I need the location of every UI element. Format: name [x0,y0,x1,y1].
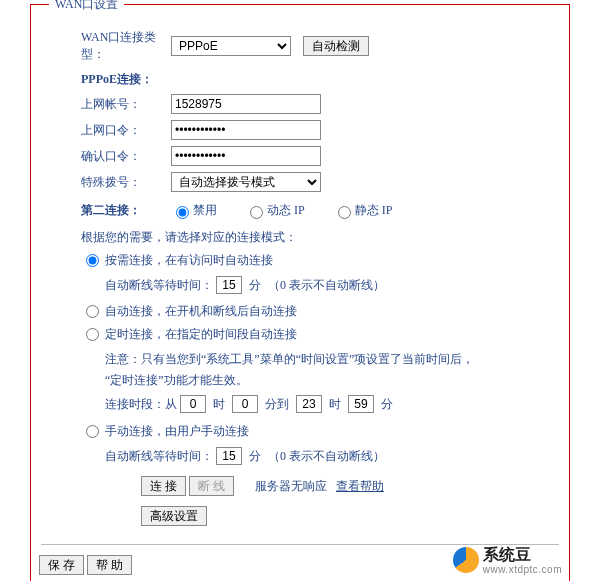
connect-row: 连 接 断 线 服务器无响应 查看帮助 [41,476,569,496]
wan-settings-panel: WAN口设置 WAN口连接类型： PPPoE 自动检测 PPPoE连接： 上网帐… [30,4,570,581]
panel-content: WAN口连接类型： PPPoE 自动检测 PPPoE连接： 上网帐号： 上网口令… [31,21,569,536]
panel-title: WAN口设置 [49,0,124,13]
mode-auto-label: 自动连接，在开机和断线后自动连接 [105,303,297,320]
label-account: 上网帐号： [41,96,171,113]
sched-from-hour[interactable] [180,395,206,413]
password-input[interactable] [171,120,321,140]
second-conn-dynamic-radio[interactable] [250,206,263,219]
label-second-conn: 第二连接： [41,202,171,219]
label-special-dial: 特殊拨号： [41,174,171,191]
mode-manual-label: 手动连接，由用户手动连接 [105,423,249,440]
label-confirm: 确认口令： [41,148,171,165]
mode-manual-radio[interactable] [86,425,99,438]
idle-timeout-row-2: 自动断线等待时间： 分 （0 表示不自动断线） [41,446,569,466]
second-conn-static[interactable]: 静态 IP [333,202,393,219]
confirm-input[interactable] [171,146,321,166]
idle-timeout-input-1[interactable] [216,276,242,294]
mode-scheduled-radio[interactable] [86,328,99,341]
label-wan-type: WAN口连接类型： [41,29,171,63]
connect-button[interactable]: 连 接 [141,476,186,496]
mode-auto-radio[interactable] [86,305,99,318]
advanced-button[interactable]: 高级设置 [141,506,207,526]
idle-timeout-row-1: 自动断线等待时间： 分 （0 表示不自动断线） [41,275,569,295]
wan-type-select[interactable]: PPPoE [171,36,291,56]
pppoe-header: PPPoE连接： [41,71,569,88]
auto-detect-button[interactable]: 自动检测 [303,36,369,56]
watermark-icon [453,547,479,573]
special-dial-select[interactable]: 自动选择拨号模式 [171,172,321,192]
sched-to-min[interactable] [348,395,374,413]
mode-prompt: 根据您的需要，请选择对应的连接模式： [41,229,569,246]
label-password: 上网口令： [41,122,171,139]
second-conn-dynamic[interactable]: 动态 IP [245,202,305,219]
mode-on-demand-label: 按需连接，在有访问时自动连接 [105,252,273,269]
mode-on-demand-radio[interactable] [86,254,99,267]
account-input[interactable] [171,94,321,114]
server-status: 服务器无响应 [255,479,327,493]
scheduled-note: 注意：只有当您到“系统工具”菜单的“时间设置”项设置了当前时间后，“定时连接”功… [41,349,481,390]
help-link[interactable]: 查看帮助 [336,479,384,493]
scheduled-time-row: 连接时段：从 时 分到 时 分 [41,394,569,414]
second-conn-disable[interactable]: 禁用 [171,202,217,219]
watermark-name: 系统豆 [483,545,562,566]
sched-to-hour[interactable] [296,395,322,413]
second-conn-disable-radio[interactable] [176,206,189,219]
sched-from-min[interactable] [232,395,258,413]
help-button[interactable]: 帮 助 [87,555,132,575]
watermark-url: www.xtdptc.com [483,564,562,575]
watermark: 系统豆 www.xtdptc.com [453,545,562,575]
disconnect-button[interactable]: 断 线 [189,476,234,496]
second-conn-static-radio[interactable] [338,206,351,219]
save-button[interactable]: 保 存 [39,555,84,575]
idle-timeout-input-2[interactable] [216,447,242,465]
mode-scheduled-label: 定时连接，在指定的时间段自动连接 [105,326,297,343]
